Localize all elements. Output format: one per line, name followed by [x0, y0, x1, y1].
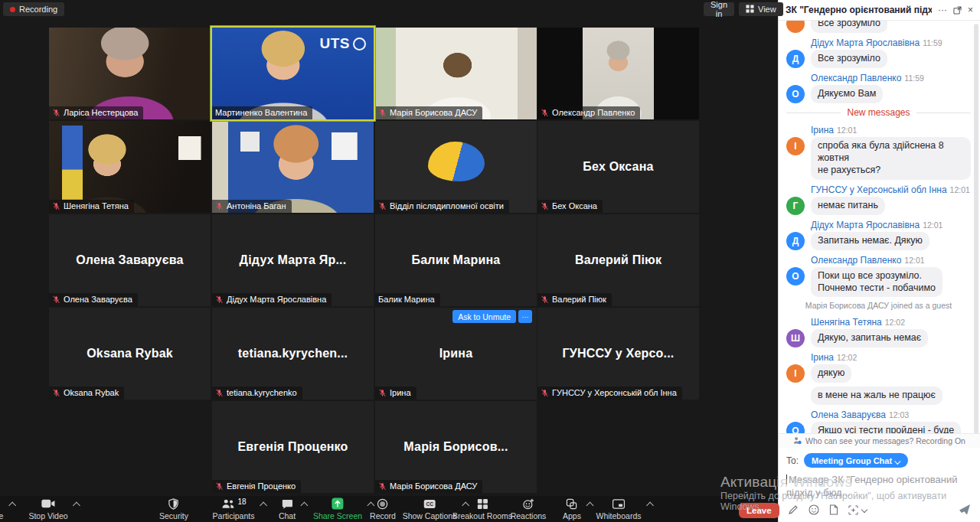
participant-name-text: Евгенія Проценко [237, 440, 348, 454]
recipient-selector[interactable]: Meeting Group Chat [804, 453, 908, 468]
avatar: Г [786, 197, 805, 215]
view-button[interactable]: View [739, 2, 783, 16]
message-time: 12:02 [885, 318, 905, 327]
chat-to-row: To: Meeting Group Chat [779, 448, 980, 470]
emoji-icon[interactable] [808, 504, 819, 515]
popout-icon[interactable] [953, 6, 962, 15]
screenshot-icon[interactable] [848, 505, 858, 515]
sender-name[interactable]: Дідух Марта Ярославівна [811, 38, 920, 48]
toolbar-breakout-rooms-button[interactable]: Breakout Rooms [452, 498, 512, 520]
sender-name[interactable]: Олександр Павленко [811, 73, 901, 83]
more-options-icon[interactable]: ··· [938, 5, 947, 15]
toolbar-label: Participants [213, 512, 255, 520]
sender-name[interactable]: Олена Заваруєва [811, 409, 886, 420]
participant-label: Евгенія Проценко [212, 480, 301, 493]
toolbar-chat-button[interactable]: Chat [279, 498, 296, 520]
participant-tile[interactable]: Марія Борисов...Марія Борисова ДАСУ [375, 401, 537, 493]
toolbar-apps-button[interactable]: Apps [563, 498, 581, 520]
participant-tile[interactable]: Відділ післядипломної освіти [375, 121, 537, 213]
sign-in-button[interactable]: Sign in [704, 2, 734, 16]
ask-to-unmute-group: Ask to Unmute··· [452, 310, 532, 323]
chat-message-bubble[interactable]: Все зрозуміло [811, 50, 887, 68]
input-placeholder: Message ЗК "Гендерно орієнтований підхід… [786, 474, 958, 498]
toolbar-show-captions-button[interactable]: CCShow Captions [403, 498, 457, 520]
muted-mic-icon [52, 202, 60, 210]
participant-tile[interactable]: Бех ОксанаБех Оксана [537, 121, 699, 213]
toolbar-record-button[interactable]: Record [370, 498, 396, 520]
send-icon[interactable] [959, 504, 971, 516]
chat-panel: ЗК "Гендерно орієнтований підхід у бюд..… [778, 0, 980, 522]
chat-message-bubble[interactable]: Дякую, запитань немає [811, 329, 928, 347]
participant-tile[interactable]: Ларіса Нестерцова [49, 28, 211, 119]
sender-name[interactable]: Ірина [811, 125, 834, 135]
participant-tile[interactable]: Олена ЗаваруєваОлена Заваруєва [49, 214, 211, 306]
chat-message-bubble[interactable]: Дякуємо Вам [811, 85, 883, 103]
toolbar-security-button[interactable]: Security [159, 498, 188, 520]
participant-tile[interactable]: ГУНССУ у Херсо...ГУНССУ у Херсонській об… [537, 308, 699, 400]
participant-tile[interactable]: UTSМартиненко Валентина [212, 28, 374, 119]
sender-name[interactable]: Дідух Марта Ярославівна [811, 220, 920, 230]
chevron-up-icon[interactable] [260, 502, 267, 510]
toolbar-share-screen-button[interactable]: Share Screen [313, 498, 362, 520]
leave-button[interactable]: Leave [739, 503, 779, 518]
participant-tile[interactable]: Oksana RybakOksana Rybak [49, 308, 211, 400]
chat-message-bubble[interactable]: немає питань [811, 197, 885, 215]
sender-name[interactable]: Олександр Павленко [811, 255, 901, 266]
participant-tile[interactable]: Антоніна Баган [212, 121, 374, 213]
ask-to-unmute-button[interactable]: Ask to Unmute [452, 310, 516, 323]
chat-message-bubble[interactable]: в мене на жаль не працює [811, 387, 942, 405]
participant-tile[interactable]: Валерий ПіюкВалерий Піюк [537, 214, 699, 306]
participant-tile[interactable]: Балик МаринаБалик Марина [375, 214, 537, 306]
avatar: О [786, 85, 805, 103]
toolbar-label: Stop Video [28, 512, 67, 520]
recipient-label: Meeting Group Chat [812, 456, 892, 465]
participant-name-text: Oksana Rybak [87, 347, 173, 361]
chat-scrollbar[interactable] [974, 24, 978, 433]
chat-message-bubble[interactable]: Якщо усі тести пройдені - будесертифікат… [811, 422, 961, 433]
participant-tile[interactable]: Олександр Павленко [537, 28, 699, 119]
avatar [786, 21, 805, 33]
participants-icon [220, 498, 235, 511]
chat-message-bubble[interactable]: Запитань немає. Дякую [811, 232, 929, 250]
participant-tile[interactable]: Евгенія ПроценкоЕвгенія Проценко [212, 401, 374, 493]
tile-more-button[interactable]: ··· [518, 310, 532, 323]
chevron-up-icon[interactable] [586, 502, 594, 510]
participant-tile[interactable]: ІринаAsk to Unmute···Ірина [375, 308, 537, 400]
chat-message-input[interactable]: Message ЗК "Гендерно орієнтований підхід… [779, 470, 980, 501]
participant-tile[interactable]: Шенягіна Тетяна [49, 121, 211, 213]
muted-mic-icon [541, 109, 549, 117]
toolbar-whiteboards-button[interactable]: Whiteboards [596, 498, 642, 520]
muted-mic-icon [215, 202, 224, 210]
chat-message-bubble[interactable]: спроба яка була здійснена 8 жовтняне рах… [811, 137, 971, 180]
toolbar-participants-button[interactable]: 18Participants [213, 498, 255, 520]
sender-name[interactable]: ГУНССУ у Херсонській обл Інна [811, 184, 947, 195]
chevron-up-icon[interactable] [73, 502, 80, 510]
toolbar-unmute-button[interactable]: Unmute [0, 498, 3, 520]
participant-label: Ларіса Нестерцова [49, 106, 143, 119]
file-icon[interactable] [829, 504, 838, 515]
toolbar-stop-video-button[interactable]: Stop Video [28, 498, 67, 520]
avatar: І [786, 364, 805, 383]
chat-message-bubble[interactable]: Поки що все зрозуміло.Почнемо тести - по… [811, 267, 942, 298]
chevron-up-icon[interactable] [646, 502, 654, 510]
chat-message-bubble[interactable]: Все зрозуміло [811, 21, 887, 33]
toolbar-reactions-button[interactable]: Reactions [511, 498, 547, 520]
participant-tile[interactable]: tetiana.kyrychen...tetiana.kyrychenko [212, 308, 374, 400]
privacy-note[interactable]: Who can see your messages? Recording On [805, 436, 965, 445]
chat-message-bubble[interactable]: дякую [811, 364, 851, 383]
participant-label-text: Антоніна Баган [227, 201, 286, 210]
participant-tile[interactable]: Дідух Марта Яр...Дідух Марта Ярославівна [212, 214, 374, 306]
chevron-up-icon[interactable] [301, 502, 309, 510]
participant-label-text: Олександр Павленко [552, 108, 635, 117]
sender-name[interactable]: Ірина [811, 352, 834, 363]
gallery-view-icon [746, 5, 754, 15]
close-icon[interactable]: × [968, 5, 973, 15]
participants-count-badge: 18 [237, 498, 246, 506]
format-icon[interactable] [788, 504, 799, 515]
chevron-down-icon[interactable] [861, 507, 867, 513]
participant-tile[interactable]: Марія Борисова ДАСУ [375, 28, 537, 119]
chevron-up-icon[interactable] [8, 502, 16, 510]
sender-name[interactable]: Шенягіна Тетяна [811, 317, 882, 328]
reactions-icon [522, 498, 534, 511]
participant-label: Дідух Марта Ярославівна [212, 293, 332, 306]
